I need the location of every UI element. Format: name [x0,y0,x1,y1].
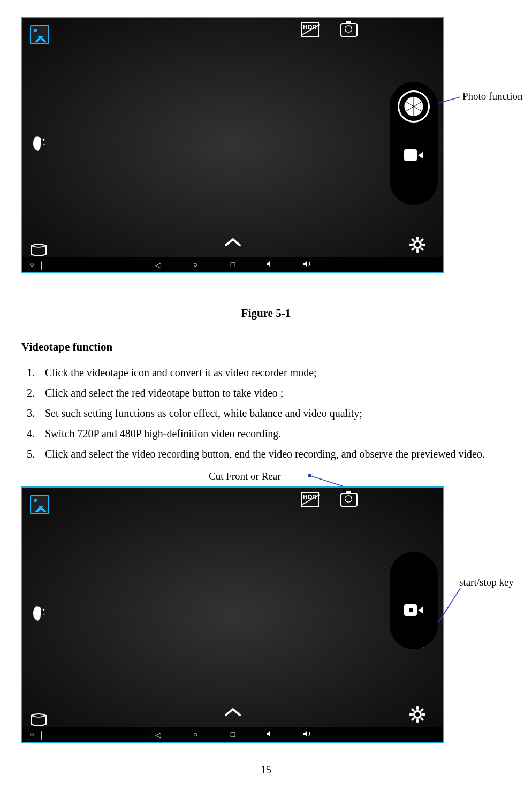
steps-list: Click the videotape icon and convert it … [21,362,511,464]
svg-text:✦: ✦ [43,613,45,616]
hdr-off-icon[interactable]: HDR [301,493,319,507]
svg-rect-28 [409,713,413,716]
gallery-thumbnail-icon[interactable] [30,495,49,514]
panorama-icon[interactable] [30,713,47,726]
hdr-off-icon[interactable]: HDR [301,23,319,37]
system-navbar: ◁ ○ □ [22,727,443,742]
annotation-start-stop: start/stop key [459,576,514,588]
nav-home-icon[interactable]: ○ [191,261,200,269]
mode-switcher [390,82,438,205]
cut-label-row: Cut Front or Rear [21,470,511,489]
svg-text:✦: ✦ [43,143,45,146]
svg-point-19 [415,242,420,247]
nav-recent-icon[interactable]: □ [228,731,238,739]
svg-rect-13 [422,244,425,246]
nav-back-icon[interactable]: ◁ [153,731,163,740]
viewfinder-2 [27,492,439,738]
camera-app-screenshot-1: HDR ✦✦ [21,17,444,273]
panorama-icon[interactable] [30,244,47,256]
nav-vol-down-icon[interactable] [265,260,275,270]
mode-switcher [390,552,438,649]
annotation-cut-front-rear: Cut Front or Rear [209,470,281,482]
switch-camera-icon[interactable] [340,493,358,507]
svg-rect-31 [411,717,415,721]
section-title: Videotape function [21,340,511,354]
figure-1-caption: Figure 5-1 [21,307,511,320]
switch-camera-icon[interactable] [340,23,358,37]
nav-back-icon[interactable]: ◁ [153,261,163,270]
system-navbar: ◁ ○ □ [22,257,443,272]
svg-rect-23 [308,474,311,477]
settings-icon[interactable] [409,706,426,723]
svg-rect-30 [420,708,424,712]
viewfinder [27,22,439,268]
svg-rect-33 [420,717,424,721]
svg-rect-12 [409,244,413,246]
step-5: Click and select the video recording but… [37,444,511,464]
settings-icon[interactable] [409,236,426,253]
nav-recent-icon[interactable]: □ [228,261,238,269]
camera-app-screenshot-2: HDR ✦✦ [21,486,444,743]
video-start-stop-button[interactable] [404,603,423,617]
page-number: 15 [21,764,511,776]
svg-point-35 [415,712,420,717]
video-mode-button[interactable] [404,148,423,162]
svg-rect-27 [416,719,419,723]
svg-rect-10 [416,237,419,240]
figure-1-wrap: HDR ✦✦ [21,17,511,295]
face-beauty-icon[interactable]: ✦✦ [30,605,46,623]
nav-screenshot-icon[interactable] [28,731,42,740]
nav-vol-down-icon[interactable] [265,730,275,740]
svg-rect-11 [416,249,419,253]
chevron-up-icon[interactable] [224,704,242,721]
gallery-thumbnail-icon[interactable] [30,25,49,44]
top-rule [21,11,511,11]
svg-rect-32 [411,708,415,712]
annotation-photo-function: Photo function [462,90,522,102]
photo-shutter-button[interactable] [398,90,430,123]
svg-text:✦: ✦ [42,138,45,142]
nav-vol-up-icon[interactable] [303,730,313,740]
chevron-up-icon[interactable] [224,234,242,251]
face-beauty-icon[interactable]: ✦✦ [30,135,46,153]
nav-vol-up-icon[interactable] [303,260,313,270]
step-4: Switch 720P and 480P high-definition vid… [37,423,511,444]
svg-text:✦: ✦ [42,607,45,612]
document-page: HDR ✦✦ [0,0,532,792]
nav-screenshot-icon[interactable] [28,261,42,270]
svg-rect-29 [422,713,425,716]
step-2: Click and select the red videotape butto… [37,383,511,403]
step-1: Click the videotape icon and convert it … [37,362,511,383]
step-3: Set such setting functions as color effe… [37,403,511,423]
figure-2-wrap: HDR ✦✦ [21,486,511,749]
nav-home-icon[interactable]: ○ [191,731,200,739]
svg-rect-26 [416,706,419,710]
